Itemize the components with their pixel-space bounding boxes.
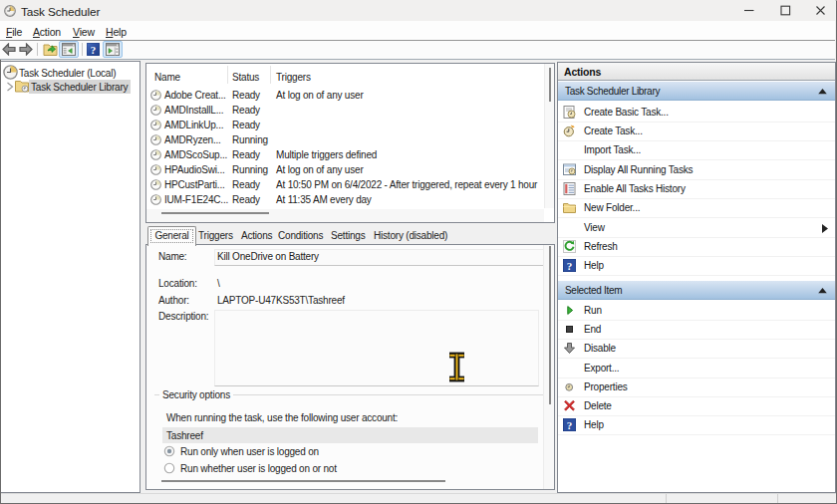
svg-text:?: ?: [91, 44, 96, 56]
svg-text:?: ?: [567, 260, 572, 272]
svg-text:?: ?: [567, 419, 572, 431]
